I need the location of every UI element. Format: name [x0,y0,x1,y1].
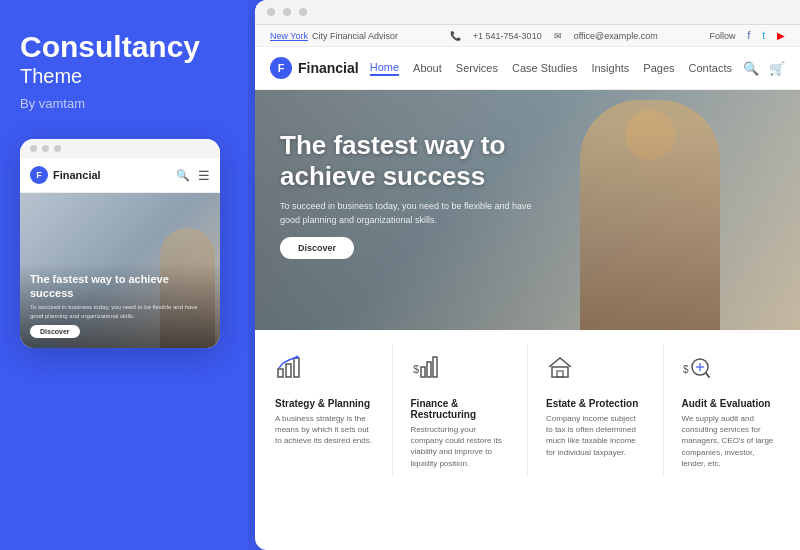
mobile-logo: F Financial [30,166,101,184]
finance-icon: $ [411,353,510,392]
desktop-logo-icon: F [270,57,292,79]
chrome-dot-1 [30,145,37,152]
facebook-icon[interactable]: f [747,30,750,41]
nav-link-case-studies[interactable]: Case Studies [512,62,577,74]
strategy-icon [275,353,374,392]
city-link[interactable]: New York [270,31,308,41]
desktop-logo-text: Financial [298,60,359,76]
mobile-chrome-dots [20,139,220,158]
nav-link-pages[interactable]: Pages [643,62,674,74]
feature-finance: $ Finance & Restructuring Restructuring … [403,345,518,477]
left-panel: Consultancy Theme By vamtam F Financial … [0,0,248,550]
feature-finance-title: Finance & Restructuring [411,398,510,420]
svg-text:$: $ [683,364,689,375]
mobile-nav-bar: F Financial 🔍 ☰ [20,158,220,193]
topbar-right: Follow f t ▶ [709,30,785,41]
mobile-hero-overlay: The fastest way to achieve success To su… [20,262,220,348]
svg-rect-2 [294,358,299,377]
nav-link-services[interactable]: Services [456,62,498,74]
chrome-dot-2 [42,145,49,152]
divider-1 [392,345,393,477]
desktop-hero: The fastest way to achieve success To su… [255,90,800,330]
svg-text:$: $ [413,363,419,375]
desktop-topbar: New York City Financial Advisor 📞 +1 541… [255,25,800,47]
hero-content: The fastest way to achieve success To su… [280,130,540,259]
svg-rect-7 [433,357,437,377]
email-icon: ✉ [554,31,562,41]
desktop-mockup: New York City Financial Advisor 📞 +1 541… [255,0,800,550]
nav-link-about[interactable]: About [413,62,442,74]
feature-estate: Estate & Protection Company income subje… [538,345,653,477]
desktop-nav-icons: 🔍 🛒 [743,61,785,76]
divider-2 [527,345,528,477]
feature-estate-title: Estate & Protection [546,398,645,409]
mobile-hero-subtitle: To succeed in business today, you need t… [30,303,210,320]
desktop-logo: F Financial [270,57,359,79]
topbar-center: 📞 +1 541-754-3010 ✉ office@example.com [450,31,658,41]
topbar-phone: +1 541-754-3010 [473,31,542,41]
svg-rect-8 [552,367,568,377]
desktop-nav-links: Home About Services Case Studies Insight… [370,61,732,76]
mobile-hero-title: The fastest way to achieve success [30,272,210,301]
svg-rect-5 [421,367,425,377]
desktop-search-icon[interactable]: 🔍 [743,61,759,76]
svg-rect-9 [557,371,563,377]
divider-3 [663,345,664,477]
mobile-search-icon[interactable]: 🔍 [176,169,190,182]
mobile-nav-icons: 🔍 ☰ [176,168,210,183]
feature-finance-desc: Restructuring your company could restore… [411,424,510,469]
mobile-logo-text: Financial [53,169,101,181]
nav-link-insights[interactable]: Insights [591,62,629,74]
svg-rect-6 [427,362,431,377]
topbar-email: office@example.com [574,31,658,41]
mobile-mockup: F Financial 🔍 ☰ The fastest way to achie… [20,139,220,348]
youtube-icon[interactable]: ▶ [777,30,785,41]
hero-person-body [580,100,720,330]
topbar-left: New York City Financial Advisor [270,31,398,41]
feature-strategy-title: Strategy & Planning [275,398,374,409]
hero-person-figure [580,100,720,330]
svg-point-3 [296,356,299,359]
feature-strategy-desc: A business strategy is the means by whic… [275,413,374,447]
hero-subtitle: To succeed in business today, you need t… [280,200,540,227]
phone-icon: 📞 [450,31,461,41]
topbar-follow: Follow [709,31,735,41]
browser-dot-2 [283,8,291,16]
feature-audit: $ Audit & Evaluation We supply audit and… [674,345,789,477]
svg-rect-1 [286,364,291,377]
mobile-hero: The fastest way to achieve success To su… [20,193,220,348]
browser-chrome [255,0,800,25]
feature-audit-title: Audit & Evaluation [682,398,781,409]
feature-estate-desc: Company income subject to tax is often d… [546,413,645,458]
theme-author: By vamtam [20,96,228,111]
mobile-discover-button[interactable]: Discover [30,325,80,338]
mobile-logo-icon: F [30,166,48,184]
features-section: Strategy & Planning A business strategy … [255,330,800,487]
mobile-menu-icon[interactable]: ☰ [198,168,210,183]
chrome-dot-3 [54,145,61,152]
twitter-icon[interactable]: t [762,30,765,41]
theme-subtitle: Theme [20,65,228,88]
hero-discover-button[interactable]: Discover [280,237,354,259]
topbar-advisor: City Financial Advisor [312,31,398,41]
desktop-cart-icon[interactable]: 🛒 [769,61,785,76]
nav-link-contacts[interactable]: Contacts [689,62,732,74]
nav-link-home[interactable]: Home [370,61,399,76]
audit-icon: $ [682,353,781,392]
hero-title: The fastest way to achieve success [280,130,540,192]
theme-title: Consultancy [20,30,228,63]
estate-icon [546,353,645,392]
browser-dot-3 [299,8,307,16]
desktop-nav: F Financial Home About Services Case Stu… [255,47,800,90]
browser-dot-1 [267,8,275,16]
feature-strategy: Strategy & Planning A business strategy … [267,345,382,477]
svg-line-12 [706,373,709,377]
svg-rect-0 [278,369,283,377]
feature-audit-desc: We supply audit and consulting services … [682,413,781,469]
